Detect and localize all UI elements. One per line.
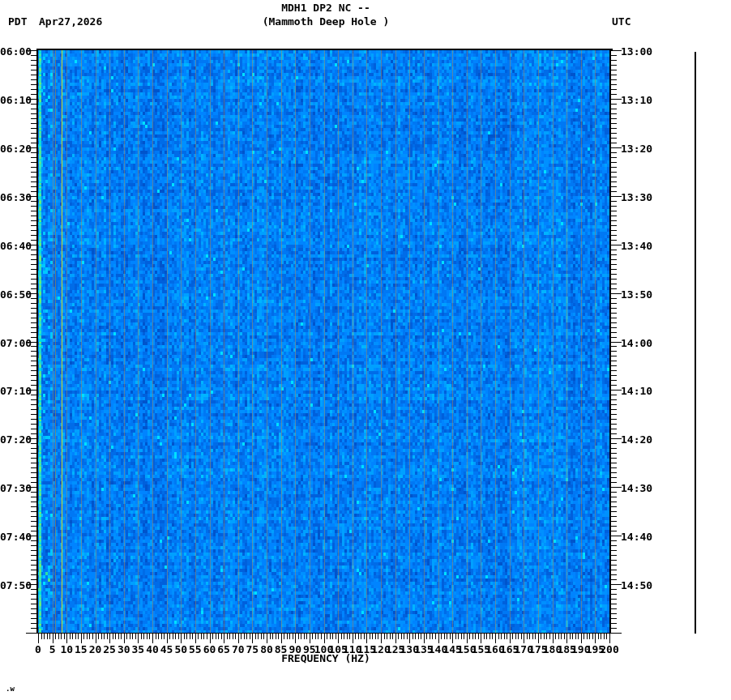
left-time-label: 07:10 xyxy=(0,386,32,396)
right-time-label: 14:20 xyxy=(621,434,652,445)
right-time-label: 14:10 xyxy=(621,386,652,396)
left-time-label: 07:50 xyxy=(0,580,32,591)
title-block: MDH1 DP2 NC -- (Mammoth Deep Hole ) xyxy=(38,2,613,27)
right-time-label: 14:00 xyxy=(621,337,652,348)
left-time-label: 07:20 xyxy=(0,434,32,445)
left-time-label: 06:10 xyxy=(0,94,32,105)
left-time-label: 07:30 xyxy=(0,483,32,493)
right-time-label: 13:50 xyxy=(621,288,652,299)
corner-mark: .w xyxy=(6,685,15,693)
frequency-axis-title: FREQUENCY (HZ) xyxy=(38,653,613,664)
left-time-label: 07:00 xyxy=(0,337,32,348)
left-time-label: 06:00 xyxy=(0,46,32,57)
right-time-label: 13:10 xyxy=(621,94,652,105)
right-time-label: 13:30 xyxy=(621,191,652,202)
left-time-label: 06:50 xyxy=(0,288,32,299)
timezone-right-label: UTC xyxy=(612,16,631,27)
left-time-label: 06:20 xyxy=(0,143,32,153)
right-time-label: 13:00 xyxy=(621,46,652,57)
timezone-left-label: PDT xyxy=(8,16,27,27)
page-title: MDH1 DP2 NC -- xyxy=(38,2,613,13)
right-time-label: 13:40 xyxy=(621,240,652,250)
spectrogram-page: MDH1 DP2 NC -- (Mammoth Deep Hole ) PDT … xyxy=(0,0,731,700)
page-subtitle: (Mammoth Deep Hole ) xyxy=(38,16,613,27)
left-time-label: 07:40 xyxy=(0,531,32,542)
right-time-label: 14:40 xyxy=(621,531,652,542)
left-time-label: 06:40 xyxy=(0,240,32,250)
right-time-label: 14:50 xyxy=(621,580,652,591)
right-time-label: 14:30 xyxy=(621,483,652,493)
right-time-label: 13:20 xyxy=(621,143,652,153)
left-time-label: 06:30 xyxy=(0,191,32,202)
date-label: Apr27,2026 xyxy=(39,16,102,27)
